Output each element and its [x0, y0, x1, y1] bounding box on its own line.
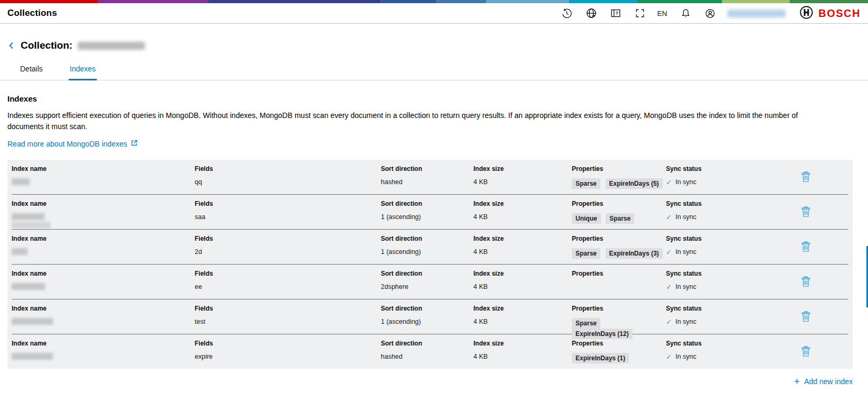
- table-row: Index name Fields saa Sort direction 1 (…: [7, 195, 853, 229]
- delete-index-button[interactable]: [801, 346, 810, 358]
- check-icon: ✓: [666, 353, 672, 361]
- tab-details[interactable]: Details: [19, 60, 44, 80]
- column-label: Fields: [195, 304, 381, 312]
- cell-size: Index size 4 KB: [473, 269, 572, 299]
- fields-value: saa: [195, 213, 381, 221]
- section-description: Indexes support efficient execution of q…: [7, 110, 815, 132]
- manual-icon[interactable]: ?: [610, 7, 622, 19]
- column-label: Index name: [12, 234, 195, 242]
- column-label: Index size: [473, 339, 572, 347]
- check-icon: ✓: [666, 178, 672, 186]
- column-label: Index name: [12, 269, 195, 277]
- column-label: Sort direction: [381, 269, 473, 277]
- cell-sync: Sync status ✓In sync: [666, 199, 772, 229]
- delete-index-button[interactable]: [801, 311, 810, 323]
- sync-value: In sync: [675, 248, 697, 256]
- cell-properties: Properties Unique Sparse: [572, 199, 666, 229]
- cell-size: Index size 4 KB: [473, 304, 572, 339]
- account-icon[interactable]: [704, 7, 716, 19]
- cell-size: Index size 4 KB: [473, 339, 572, 369]
- cell-properties: Properties: [572, 269, 666, 299]
- language-selector[interactable]: EN: [657, 10, 668, 17]
- column-label: Fields: [195, 234, 381, 242]
- delete-index-button[interactable]: [801, 276, 810, 288]
- size-value: 4 KB: [473, 353, 572, 360]
- sync-value: In sync: [675, 283, 697, 290]
- read-more-link[interactable]: Read more about MongoDB indexes: [7, 139, 138, 148]
- table-row: Index name Fields expire Sort direction …: [7, 334, 853, 369]
- delete-index-button[interactable]: [801, 206, 810, 219]
- delete-index-button[interactable]: [801, 241, 810, 253]
- column-label: Sort direction: [381, 164, 473, 172]
- tab-bar: Details Indexes: [0, 60, 868, 80]
- globe-icon[interactable]: [586, 7, 597, 19]
- table-row: Index name Fields qq Sort direction hash…: [7, 160, 853, 194]
- cell-sort: Sort direction hashed: [381, 164, 473, 194]
- notifications-icon[interactable]: [680, 7, 691, 19]
- collection-header: Collection:: [7, 40, 861, 51]
- cell-index-name: Index name: [12, 304, 195, 339]
- sync-value: In sync: [675, 178, 697, 186]
- cell-fields: Fields 2d: [195, 234, 381, 264]
- column-label: Sort direction: [381, 339, 473, 347]
- fields-value: qq: [195, 178, 381, 186]
- read-more-label: Read more about MongoDB indexes: [7, 140, 127, 148]
- sync-value: In sync: [675, 318, 697, 325]
- cell-properties: Properties Sparse ExpireInDays (3): [572, 234, 666, 264]
- column-label: Sort direction: [381, 234, 473, 242]
- property-badge: Sparse: [572, 318, 600, 329]
- tab-indexes[interactable]: Indexes: [69, 60, 97, 80]
- main-content: Collection: Details Indexes Indexes Inde…: [0, 40, 868, 386]
- cell-sort: Sort direction 1 (ascending): [381, 234, 473, 264]
- check-icon: ✓: [666, 318, 672, 326]
- sort-value: hashed: [381, 353, 473, 360]
- delete-index-button[interactable]: [801, 171, 810, 184]
- column-label: Sync status: [666, 269, 772, 277]
- column-label: Sort direction: [381, 199, 473, 207]
- column-label: Fields: [195, 269, 381, 277]
- sync-value: In sync: [675, 353, 697, 360]
- index-name-redacted: [12, 353, 53, 360]
- user-name-redacted[interactable]: [727, 10, 785, 17]
- cell-sync: Sync status ✓In sync: [666, 234, 772, 264]
- back-button[interactable]: [7, 41, 17, 50]
- index-name-redacted: [12, 213, 44, 220]
- index-name-redacted: [12, 222, 51, 229]
- external-link-icon: [131, 139, 138, 148]
- cell-properties: Properties ExpireInDays (1): [572, 339, 666, 369]
- cell-size: Index size 4 KB: [473, 199, 572, 229]
- column-label: Properties: [572, 304, 666, 312]
- column-label: Properties: [572, 234, 666, 242]
- cell-sync: Sync status ✓In sync: [666, 164, 772, 194]
- table-footer: + Add new index: [7, 377, 853, 386]
- column-label: Sync status: [666, 304, 772, 312]
- cell-sync: Sync status ✓In sync: [666, 339, 772, 369]
- bosch-logo-icon: [799, 5, 814, 22]
- table-row: Index name Fields test Sort direction 1 …: [7, 299, 853, 334]
- history-icon[interactable]: [561, 7, 573, 19]
- cell-index-name: Index name: [12, 339, 195, 369]
- sort-value: 2dsphere: [381, 283, 473, 290]
- collection-label: Collection:: [21, 40, 72, 51]
- property-badge: ExpireInDays (5): [606, 178, 663, 189]
- fullscreen-icon[interactable]: [634, 7, 646, 19]
- add-new-index-button[interactable]: + Add new index: [794, 377, 853, 386]
- topbar: Collections ?: [0, 3, 868, 24]
- cell-fields: Fields test: [195, 304, 381, 339]
- column-label: Sort direction: [381, 304, 473, 312]
- column-label: Fields: [195, 199, 381, 207]
- cell-fields: Fields ee: [195, 269, 381, 299]
- table-row: Index name Fields 2d Sort direction 1 (a…: [7, 230, 853, 264]
- cell-index-name: Index name: [12, 269, 195, 299]
- sync-value: In sync: [675, 213, 697, 221]
- fields-value: test: [195, 318, 381, 325]
- cell-sync: Sync status ✓In sync: [666, 304, 772, 339]
- column-label: Fields: [195, 339, 381, 347]
- index-name-redacted: [12, 248, 28, 255]
- column-label: Index name: [12, 164, 195, 172]
- check-icon: ✓: [666, 213, 672, 221]
- bosch-wordmark: BOSCH: [818, 7, 861, 20]
- add-new-index-label: Add new index: [804, 377, 853, 386]
- property-badge: Sparse: [606, 213, 634, 224]
- cell-size: Index size 4 KB: [473, 164, 572, 194]
